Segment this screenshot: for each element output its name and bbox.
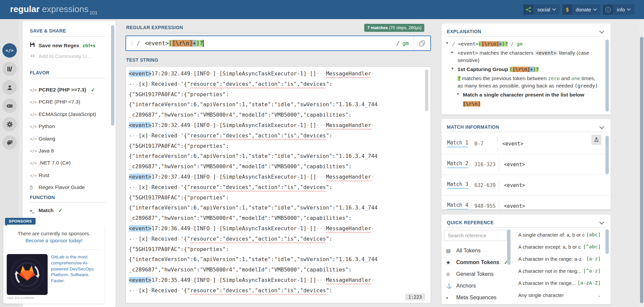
token-item[interactable]: A single character of: a, b or c[abc] bbox=[518, 229, 601, 241]
flavor-item-golang[interactable]: </>Golang bbox=[30, 136, 55, 142]
caret-down-icon[interactable]: ▾ bbox=[451, 66, 453, 71]
social-menu-button[interactable]: social bbox=[523, 4, 560, 15]
test-text-segment: {"interfaceVersion":6,"apiVersion":1,"st… bbox=[129, 204, 378, 211]
test-text-segment: {"interfaceVersion":6,"apiVersion":1,"st… bbox=[129, 153, 378, 159]
ads-via-carbon-label: ADS VIA CARBON bbox=[7, 296, 34, 300]
match-row[interactable]: Match 4948-955<event> bbox=[441, 196, 611, 209]
drag-handle-icon[interactable]: ⋮ bbox=[126, 40, 137, 46]
explanation-row: ▾1st Capturing Group ([\r\n]+)? bbox=[451, 66, 602, 73]
cursor-position-indicator: 1:223 bbox=[405, 294, 425, 300]
match-list: Match 10-7<event>Match 2316-323<event>Ma… bbox=[441, 133, 611, 209]
collapse-match-information-icon[interactable] bbox=[599, 124, 604, 129]
match-row[interactable]: Match 2316-323<event> bbox=[441, 154, 611, 175]
flavor-item-regex-flavor-guide[interactable]: ?Regex Flavor Guide bbox=[30, 184, 85, 190]
category-item-anchors[interactable]: ⚓Anchors bbox=[444, 280, 507, 292]
match-highlight: <event> bbox=[129, 122, 151, 128]
flavor-item-pcre2-php-7-3[interactable]: </>PCRE2 (PHP >=7.3)✓ bbox=[30, 87, 95, 93]
sidebar-scrollbar[interactable] bbox=[111, 25, 114, 126]
token-item[interactable]: A character except: a, b or c[^abc] bbox=[518, 241, 601, 253]
token-item[interactable]: A character not in the rang...[^a-z] bbox=[518, 265, 601, 277]
category-item-general-tokens[interactable]: ⊙General Tokens bbox=[444, 268, 507, 280]
category-item-meta-sequences[interactable]: ◐Meta Sequences bbox=[444, 292, 507, 303]
collapse-explanation-icon[interactable] bbox=[599, 29, 604, 34]
category-label: Anchors bbox=[456, 283, 476, 289]
match-list-scrollbar[interactable] bbox=[605, 136, 609, 174]
explanation-scrollbar[interactable] bbox=[605, 40, 609, 112]
flavor-item-label: Rust bbox=[39, 172, 49, 178]
code-icon: </> bbox=[30, 112, 37, 117]
token-item[interactable]: A character in the range: a-z[a-z] bbox=[518, 253, 601, 265]
caret-down-icon[interactable]: ▾ bbox=[446, 40, 448, 46]
caret-down-icon[interactable]: ▾ bbox=[457, 91, 459, 97]
flavor-item-net-7-0-c[interactable]: </>.NET 7.0 (C#) bbox=[30, 160, 70, 166]
sidebar-item-regex-editor[interactable]: </> bbox=[2, 43, 17, 58]
test-text-segment: · bbox=[371, 122, 375, 128]
become-sponsor-link[interactable]: Become a sponsor today! bbox=[3, 238, 105, 243]
copy-regex-button[interactable] bbox=[414, 36, 430, 50]
test-text-segment: -··[x]·Received·'{" bbox=[129, 236, 190, 242]
test-string-line: <event>17:20:32.449·[INFO·]·[SimpleAsync… bbox=[129, 69, 425, 79]
code-icon: </> bbox=[30, 173, 37, 178]
test-string-content: <event>17:20:32.449·[INFO·]·[SimpleAsync… bbox=[129, 69, 425, 296]
collapse-quick-reference-icon[interactable] bbox=[599, 220, 604, 225]
gitlab-ad-text[interactable]: GitLab is the most comprehensive AI-powe… bbox=[51, 254, 102, 284]
export-icon bbox=[594, 137, 599, 142]
whitespace-dot: · bbox=[177, 287, 181, 294]
flavor-item-ecmascript-javascript[interactable]: </>ECMAScript (JavaScript) bbox=[30, 111, 96, 117]
token-item[interactable]: A character in the range...[a-zA-Z] bbox=[518, 277, 601, 289]
match-row[interactable]: Match 3632-639<event> bbox=[441, 175, 611, 196]
reference-token-list: A single character of: a, b or c[abc]A c… bbox=[518, 229, 601, 301]
sidebar-item-account[interactable] bbox=[2, 80, 17, 95]
caret-right-icon[interactable]: ▸ bbox=[451, 49, 453, 55]
flavor-item-java-8[interactable]: </>Java 8 bbox=[30, 148, 54, 154]
match-row[interactable]: Match 10-7<event> bbox=[441, 133, 611, 154]
explanation-row: ▾/ <event>([\r\n]+)? / gm bbox=[446, 40, 602, 48]
token-item[interactable]: Any single character. bbox=[518, 289, 601, 301]
add-to-community-button[interactable]: Add to Community Li... bbox=[30, 53, 91, 59]
whitespace-dot: ··· bbox=[316, 70, 326, 77]
test-text-segment: · bbox=[371, 70, 375, 77]
match-range: 316-323 bbox=[474, 162, 495, 168]
sidebar-item-library[interactable] bbox=[2, 62, 17, 76]
flavor-item-python[interactable]: </>Python bbox=[30, 123, 55, 129]
match-count-badge[interactable]: 7 matches (70 steps, 260µs) bbox=[364, 24, 424, 32]
flavor-item-rust[interactable]: </>Rust bbox=[30, 172, 49, 178]
donate-menu-button[interactable]: $ donate bbox=[562, 4, 600, 15]
page-scrollbar-thumb[interactable] bbox=[640, 37, 643, 303]
regex-flags[interactable]: gm bbox=[402, 40, 409, 47]
whitespace-dot: · bbox=[210, 277, 213, 283]
explanation-segment: <event> bbox=[458, 41, 478, 47]
search-reference-input[interactable] bbox=[444, 230, 507, 241]
regex-input[interactable]: ⋮ / <event>([\r\n]+)? / gm bbox=[125, 36, 431, 51]
category-list-scrollbar[interactable] bbox=[507, 229, 511, 265]
user-icon bbox=[6, 84, 13, 91]
category-item-common-tokens[interactable]: ★Common Tokens✓ bbox=[444, 256, 507, 268]
explanation-segment: [\r\n] bbox=[463, 101, 480, 107]
category-item-all-tokens[interactable]: ▤All Tokens bbox=[444, 245, 507, 256]
explanation-row: ▾Match a single character present in the… bbox=[457, 91, 602, 99]
gitlab-ad-image[interactable] bbox=[7, 254, 48, 295]
explanation-segment: ) bbox=[533, 67, 536, 72]
logo[interactable]: regularexpressions101 bbox=[10, 4, 97, 14]
match-range: 632-639 bbox=[474, 182, 495, 188]
page-scrollbar[interactable] bbox=[639, 19, 644, 307]
test-string-editor[interactable]: <event>17:20:32.449·[INFO·]·[SimpleAsync… bbox=[125, 66, 431, 303]
flavor-item-label: ECMAScript (JavaScript) bbox=[39, 111, 96, 117]
whitespace-dot: · bbox=[216, 225, 219, 232]
sidebar-item-playground[interactable] bbox=[2, 99, 17, 113]
test-string-line: _c289687","hwVersion":"VMB5000r4","model… bbox=[129, 162, 425, 172]
flavor-item-pcre-php-7-3[interactable]: </>PCRE (PHP <7.3) bbox=[30, 99, 80, 105]
save-new-regex-button[interactable]: Save new Regex ctrl+s bbox=[30, 42, 95, 49]
explanation-segment: zero bbox=[548, 76, 560, 81]
explanation-title: EXPLANATION bbox=[447, 29, 481, 34]
sidebar-item-feedback[interactable] bbox=[2, 135, 17, 150]
test-string-scrollbar[interactable] bbox=[425, 69, 428, 111]
flavor-item-label: Golang bbox=[39, 136, 55, 142]
export-matches-button[interactable] bbox=[591, 135, 601, 145]
save-shortcut: ctrl+s bbox=[83, 43, 95, 48]
whitespace-dot: · bbox=[371, 70, 375, 77]
function-item-match[interactable]: >_Match✓ bbox=[30, 207, 62, 213]
token-list-scrollbar[interactable] bbox=[605, 229, 609, 254]
info-menu-button[interactable]: i info bbox=[603, 4, 635, 15]
sidebar-item-settings[interactable] bbox=[2, 117, 17, 131]
